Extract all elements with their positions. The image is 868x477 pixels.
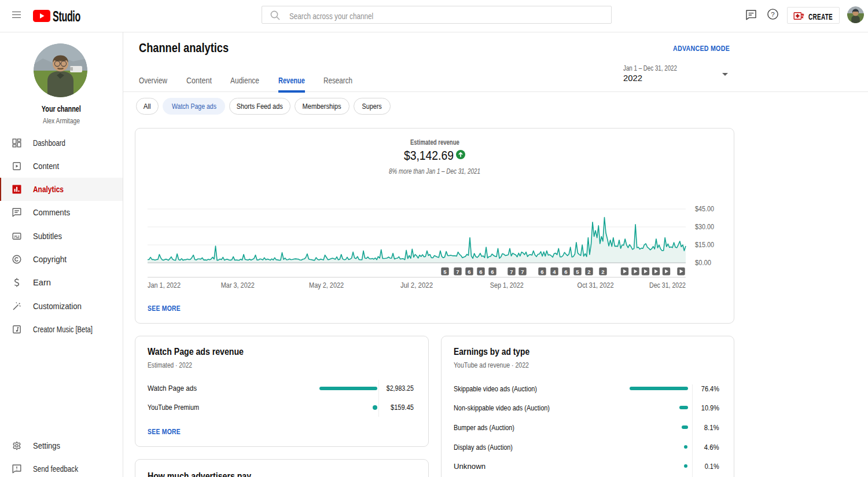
svg-text:$15.00: $15.00 bbox=[695, 241, 714, 249]
svg-text:2: 2 bbox=[601, 269, 604, 275]
svg-text:$0.00: $0.00 bbox=[695, 259, 711, 267]
svg-text:$45.00: $45.00 bbox=[695, 205, 714, 213]
svg-text:5: 5 bbox=[443, 269, 447, 275]
svg-text:Sep 1, 2022: Sep 1, 2022 bbox=[490, 281, 524, 289]
svg-text:6: 6 bbox=[491, 269, 494, 275]
svg-text:Jul 2, 2022: Jul 2, 2022 bbox=[400, 281, 433, 289]
svg-text:5: 5 bbox=[576, 269, 579, 275]
svg-text:2: 2 bbox=[587, 269, 590, 275]
svg-text:6: 6 bbox=[540, 269, 543, 275]
svg-text:7: 7 bbox=[456, 269, 459, 275]
svg-text:?: ? bbox=[771, 11, 774, 18]
svg-text:Mar 3, 2022: Mar 3, 2022 bbox=[221, 281, 255, 289]
svg-text:4: 4 bbox=[553, 269, 556, 275]
svg-text:May 2, 2022: May 2, 2022 bbox=[309, 281, 344, 289]
svg-text:Dec 31, 2022: Dec 31, 2022 bbox=[649, 281, 686, 289]
svg-text:6: 6 bbox=[564, 269, 567, 275]
svg-text:7: 7 bbox=[510, 269, 513, 275]
svg-text:7: 7 bbox=[521, 269, 524, 275]
svg-text:$30.00: $30.00 bbox=[695, 223, 714, 231]
svg-text:Jan 1, 2022: Jan 1, 2022 bbox=[148, 281, 181, 289]
svg-text:Oct 31, 2022: Oct 31, 2022 bbox=[578, 281, 614, 289]
svg-text:6: 6 bbox=[479, 269, 482, 275]
svg-text:6: 6 bbox=[468, 269, 470, 275]
